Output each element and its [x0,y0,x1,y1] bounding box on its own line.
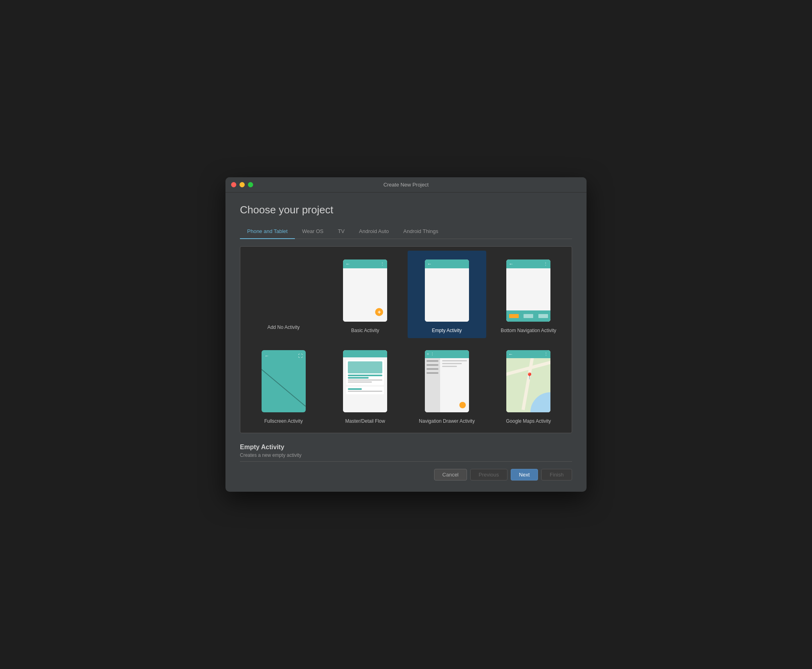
fullscreen-mockup: ← ⛶ [262,350,306,412]
nd-main-line-3 [442,366,457,367]
activity-bottom-nav[interactable]: ← ⋮ Bottom Nav [489,251,568,338]
nd-sidebar-line-2 [426,364,438,366]
activity-empty[interactable]: ← Empty Activity [408,251,486,338]
activity-master-detail[interactable]: Master/Detail Flow [326,341,405,429]
activity-no-activity[interactable]: Add No Activity [244,251,323,338]
no-activity-preview [258,256,310,324]
basic-activity-preview: ← ⋮ + [339,256,391,324]
basic-toolbar: ← ⋮ [343,259,387,268]
tab-tv[interactable]: TV [331,225,352,239]
tab-android-auto[interactable]: Android Auto [352,225,396,239]
md-line-3 [348,379,382,381]
back-arrow-icon: ← [345,261,350,267]
nd-sidebar [425,358,440,412]
window-controls [231,182,253,187]
description-title: Empty Activity [240,444,572,451]
window-title: Create New Project [384,182,429,188]
fullscreen-diagonal-decor [262,350,306,412]
basic-activity-label: Basic Activity [351,328,379,333]
bottom-nav-label: Bottom Navigation Activity [501,328,556,333]
master-detail-preview-box [339,347,391,415]
no-activity-label: Add No Activity [267,324,300,330]
md-block-2 [346,387,384,394]
empty-toolbar: ← [425,259,469,268]
empty-activity-label: Empty Activity [432,328,462,333]
cancel-button[interactable]: Cancel [434,469,467,480]
nd-sidebar-line-4 [426,372,438,374]
bottom-nav-preview: ← ⋮ [502,256,554,324]
main-window: Create New Project Choose your project P… [225,177,587,492]
tab-android-things[interactable]: Android Things [396,225,445,239]
google-maps-preview-box: ← ⋮ 📍 [502,347,554,415]
md-body [343,357,387,412]
bottom-nav-toolbar: ← ⋮ [506,259,550,268]
maps-mockup: ← ⋮ 📍 [506,350,550,412]
bottom-nav-item-3 [538,314,548,318]
tab-phone-tablet[interactable]: Phone and Tablet [240,225,295,239]
nd-fab-icon [459,402,466,408]
nd-overflow-icon: ⋮ [430,352,434,356]
maps-overflow-icon: ⋮ [544,352,548,356]
md-line-2 [348,377,369,379]
master-detail-mockup [343,350,387,412]
bottom-nav-item-1 [509,314,519,318]
nd-sidebar-line-1 [426,360,438,362]
basic-body: + [343,268,387,322]
nav-drawer-mockup: ⋮ [425,350,469,412]
md-line-6 [348,391,382,392]
maximize-button[interactable] [248,182,253,187]
activity-fullscreen[interactable]: ← ⛶ Fullscreen Activity [244,341,323,429]
activity-basic[interactable]: ← ⋮ + Basic Activity [326,251,405,338]
tab-wear-os[interactable]: Wear OS [295,225,331,239]
empty-body [425,268,469,322]
nav-drawer-label: Navigation Drawer Activity [419,418,475,424]
footer-divider [240,461,572,462]
bottom-nav-item-2 [524,314,533,318]
page-title: Choose your project [240,204,572,216]
overflow-icon: ⋮ [380,262,385,266]
md-line-1 [348,375,382,376]
content-area: Choose your project Phone and Tablet Wea… [225,193,587,492]
google-maps-label: Google Maps Activity [506,418,551,424]
empty-activity-preview: ← [421,256,473,324]
back-arrow-icon: ← [509,261,514,267]
previous-button: Previous [470,469,508,480]
maps-back-icon: ← [508,351,513,357]
footer-buttons: Cancel Previous Next Finish [240,467,572,482]
maps-pin-icon: 📍 [526,372,534,380]
maps-body: 📍 [506,358,550,412]
nav-drawer-preview-box: ⋮ [421,347,473,415]
tab-bar: Phone and Tablet Wear OS TV Android Auto… [240,225,572,239]
nd-main-line-2 [442,363,462,364]
md-image [348,361,382,373]
next-button[interactable]: Next [511,469,538,480]
basic-phone-mockup: ← ⋮ + [343,259,387,322]
md-block-1 [346,360,384,385]
finish-button: Finish [541,469,572,480]
titlebar: Create New Project [225,177,587,193]
nd-sidebar-line-3 [426,368,438,370]
activity-google-maps[interactable]: ← ⋮ 📍 Google Maps Ac [489,341,568,429]
fullscreen-label: Fullscreen Activity [264,418,303,424]
empty-phone-mockup: ← [425,259,469,322]
maps-toolbar: ← ⋮ [506,350,550,358]
bottom-nav-body [506,268,550,322]
md-line-4 [348,381,372,383]
close-button[interactable] [231,182,236,187]
bottom-nav-mockup: ← ⋮ [506,259,550,322]
activity-grid: Add No Activity ← ⋮ + [244,251,568,429]
md-toolbar [343,350,387,357]
activity-nav-drawer[interactable]: ⋮ [408,341,486,429]
fab-icon: + [375,308,383,316]
overflow-icon: ⋮ [544,262,548,266]
description-section: Empty Activity Creates a new empty activ… [240,439,572,461]
master-detail-label: Master/Detail Flow [345,418,385,424]
bottom-navigation-bar [506,310,550,322]
back-arrow-icon: ← [427,261,432,267]
activity-grid-container: Add No Activity ← ⋮ + [240,246,572,433]
minimize-button[interactable] [240,182,245,187]
nd-main-line-1 [442,360,467,361]
nd-menu-icon [427,353,429,355]
md-line-5 [348,388,361,390]
fullscreen-preview-box: ← ⛶ [258,347,310,415]
